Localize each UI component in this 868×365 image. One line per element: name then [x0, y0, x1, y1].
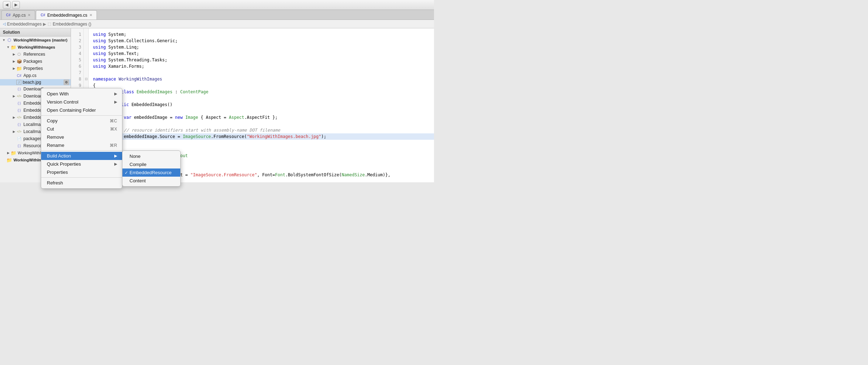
menu-item-label: Copy: [47, 118, 57, 123]
sidebar-item-packages[interactable]: ▶ 📦 Packages: [0, 58, 71, 65]
submenu-item-embedded-resource[interactable]: ✓ EmbeddedResource: [122, 168, 180, 177]
tab-app-cs-label: App.cs: [13, 13, 26, 18]
gear-icon: ⚙: [64, 79, 69, 85]
arrow-icon: ▶: [11, 60, 16, 63]
menu-item-label: Open With: [47, 91, 68, 96]
sidebar-item-label: App.cs: [23, 73, 37, 78]
cs-icon: { }: [16, 122, 22, 127]
arrow-icon: ▶: [11, 116, 16, 119]
cs-icon: { }: [16, 86, 22, 92]
submenu-item-compile[interactable]: Compile: [122, 160, 180, 168]
context-menu[interactable]: Open With ▶ Version Control ▶ Open Conta…: [41, 88, 122, 182]
sidebar-item-label: Packages: [23, 59, 42, 64]
submenu-item-content[interactable]: Content: [122, 177, 180, 182]
tab-app-cs-close[interactable]: ✕: [28, 13, 31, 17]
xml-icon: </>: [16, 93, 22, 99]
menu-item-label: Remove: [47, 134, 64, 140]
sidebar-item-references[interactable]: ▶ ⎔ References: [0, 51, 71, 58]
cs-icon: { }: [16, 107, 22, 113]
arrow-icon: ▼: [6, 45, 11, 49]
menu-item-label: Refresh: [47, 180, 63, 182]
menu-item-cut[interactable]: Cut ⌘X: [41, 125, 122, 133]
menu-item-properties[interactable]: Properties: [41, 168, 122, 176]
menu-item-refresh[interactable]: Refresh: [41, 179, 122, 182]
breadcrumb-method[interactable]: EmbeddedImages (): [53, 22, 91, 27]
submenu-arrow-icon: ▶: [114, 162, 117, 166]
menu-divider: [41, 115, 122, 116]
menu-item-label: Version Control: [47, 99, 78, 105]
sidebar-item-label: Properties: [23, 66, 43, 71]
pkg-icon: 📄: [16, 136, 22, 142]
tab-cs-icon: C#: [6, 13, 11, 17]
cs-icon: C#: [16, 73, 22, 78]
breadcrumb-class[interactable]: EmbeddedImages: [7, 22, 42, 27]
menu-item-rename[interactable]: Rename ⌘R: [41, 141, 122, 149]
nav-back-button[interactable]: ◀: [3, 1, 11, 9]
menu-item-open-folder[interactable]: Open Containing Folder: [41, 106, 122, 114]
arrow-icon: ▼: [1, 38, 6, 42]
top-toolbar: ◀ ▶: [0, 0, 434, 10]
breadcrumb: ◁ EmbeddedImages ▶ ⬚ EmbeddedImages (): [0, 20, 434, 28]
nav-forward-button[interactable]: ▶: [12, 1, 20, 9]
sidebar-header: Solution: [0, 28, 71, 37]
folder-icon: 📁: [11, 44, 16, 50]
menu-shortcut: ⌘X: [103, 127, 117, 132]
build-action-submenu: None Compile ✓ EmbeddedResource Content: [122, 150, 181, 182]
menu-item-remove[interactable]: Remove: [41, 133, 122, 141]
breadcrumb-separator: ▶: [43, 22, 46, 27]
solution-icon: ⬡: [6, 37, 12, 43]
sidebar-item-label: WorkingWithImages (master): [13, 38, 67, 42]
arrow-icon: ▶: [11, 94, 16, 98]
menu-item-label: Cut: [47, 126, 54, 132]
menu-item-open-with[interactable]: Open With ▶: [41, 90, 122, 98]
menu-item-quick-properties[interactable]: Quick Properties ▶: [41, 160, 122, 168]
submenu-item-label: None: [130, 154, 141, 159]
arrow-icon: ▶: [11, 67, 16, 70]
cs-icon: { }: [16, 143, 22, 149]
tab-bar: C# App.cs ✕ C# EmbeddedImages.cs ✕: [0, 10, 434, 20]
menu-shortcut: ⌘R: [103, 143, 117, 148]
arrow-icon: ▶: [6, 151, 11, 155]
sidebar-item-wwi[interactable]: ▼ 📁 WorkingWithImages: [0, 44, 71, 51]
folder-icon: 📁: [16, 66, 22, 71]
arrow-icon: ▶: [11, 130, 16, 133]
tab-app-cs[interactable]: C# App.cs ✕: [1, 10, 35, 20]
breadcrumb-icon: ◁: [3, 22, 6, 26]
menu-item-label: Quick Properties: [47, 161, 81, 167]
sidebar-item-label: References: [23, 52, 45, 57]
sidebar-item-label: WorkingWithImages: [18, 45, 55, 49]
menu-item-build-action[interactable]: Build Action ▶ None Compile ✓ EmbeddedRe…: [41, 152, 122, 160]
check-icon: ✓: [125, 170, 128, 175]
tab-embedded-cs-icon: C#: [40, 13, 45, 17]
jpg-icon: J: [16, 80, 21, 85]
folder-icon: 📁: [6, 157, 12, 163]
tab-embedded-cs-close[interactable]: ✕: [89, 13, 92, 17]
submenu-item-label: Compile: [130, 162, 147, 167]
sidebar-item-beach-jpg[interactable]: ▶ J beach.jpg ⚙: [0, 79, 71, 85]
menu-shortcut: ⌘C: [103, 118, 117, 123]
submenu-arrow-icon: ▶: [114, 100, 117, 104]
cs-icon: { }: [16, 100, 22, 106]
menu-item-copy[interactable]: Copy ⌘C: [41, 117, 122, 125]
sidebar-item-app-cs[interactable]: ▶ C# App.cs: [0, 72, 71, 79]
ref-icon: ⎔: [16, 51, 22, 57]
sidebar-item-properties[interactable]: ▶ 📁 Properties: [0, 65, 71, 72]
xml-icon: </>: [16, 129, 22, 134]
pkg-icon: 📦: [16, 59, 22, 64]
menu-divider: [41, 177, 122, 178]
sidebar-item-label: beach.jpg: [23, 80, 41, 85]
menu-item-label: Open Containing Folder: [47, 107, 96, 113]
submenu-item-label: EmbeddedResource: [130, 170, 172, 175]
sidebar-item-solution[interactable]: ▼ ⬡ WorkingWithImages (master): [0, 37, 71, 44]
menu-item-label: Properties: [47, 170, 68, 175]
menu-item-version-control[interactable]: Version Control ▶: [41, 98, 122, 106]
submenu-arrow-icon: ▶: [114, 92, 117, 96]
submenu-item-none[interactable]: None: [122, 152, 180, 160]
tab-embedded-cs-label: EmbeddedImages.cs: [47, 13, 87, 18]
submenu-arrow-icon: ▶: [114, 154, 117, 158]
menu-item-label: Rename: [47, 143, 64, 148]
tab-embedded-cs[interactable]: C# EmbeddedImages.cs ✕: [36, 10, 97, 20]
folder-icon: 📁: [11, 150, 16, 156]
submenu-item-label: Content: [130, 178, 146, 182]
breadcrumb-icon2: ⬚: [48, 22, 51, 26]
